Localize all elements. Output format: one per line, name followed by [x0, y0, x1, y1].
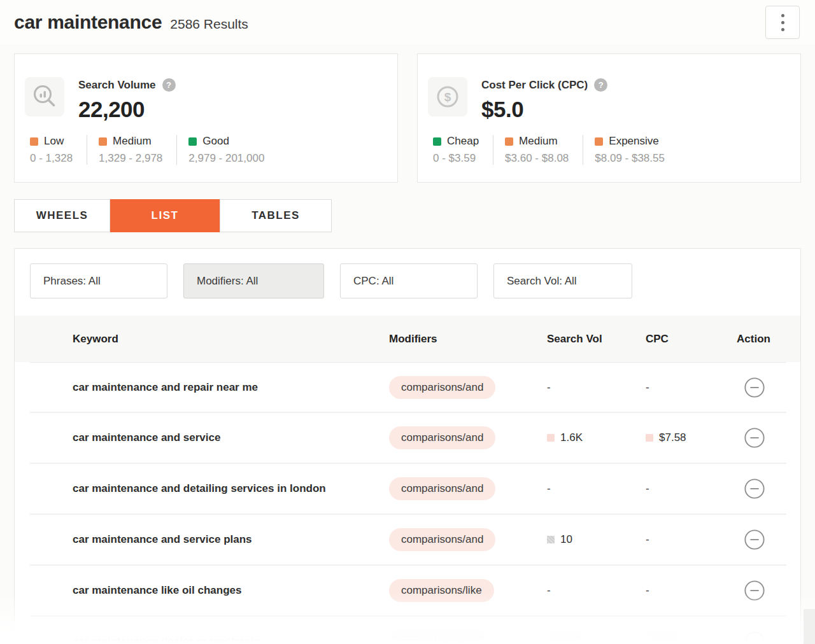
action-cell: [722, 478, 786, 500]
column-header-keyword: Keyword: [30, 333, 389, 346]
cpc-cell: -: [646, 584, 722, 597]
dollar-coin-icon: $: [428, 77, 467, 116]
legend-label: Medium: [113, 135, 151, 148]
help-icon[interactable]: ?: [162, 78, 176, 92]
keyword-cell: car maintenance dealer or mechanic: [30, 635, 389, 644]
legend-label: Medium: [519, 135, 557, 148]
cpc-cell: -: [646, 533, 722, 546]
card-label: Cost Per Click (CPC): [481, 79, 588, 92]
action-cell: [722, 580, 786, 601]
modifier-pill: comparisons/like: [389, 579, 494, 602]
legend-range: $3.60 - $8.08: [505, 152, 569, 165]
table-body: car maintenance and repair near me compa…: [15, 362, 800, 644]
keyword-cell: car maintenance and service: [30, 431, 389, 444]
filter-bar: Phrases: AllModifiers: AllCPC: AllSearch…: [15, 249, 800, 298]
search-volume-icon: [25, 77, 64, 116]
title-row: car maintenance 2586 Results: [14, 11, 248, 33]
remove-keyword-button[interactable]: [744, 631, 765, 644]
search-vol-cell: -: [547, 584, 646, 597]
legend-swatch: [99, 137, 107, 146]
kebab-menu-icon: [781, 14, 784, 31]
search-volume-value: 22,200: [78, 97, 176, 122]
legend-swatch: [595, 137, 603, 146]
search-volume-legend: Low 0 - 1,328 Medium 1,329 - 2,978 Good …: [25, 135, 397, 165]
view-tabs: WHEELSLISTTABLES: [0, 183, 815, 232]
search-vol-cell: [547, 633, 646, 644]
remove-keyword-button[interactable]: [744, 529, 765, 550]
legend-swatch: [505, 137, 513, 146]
action-cell: [722, 529, 786, 550]
modifier-pill: comparisons/and: [389, 528, 495, 551]
legend-label: Cheap: [447, 135, 479, 148]
svg-text:$: $: [444, 90, 451, 104]
cpc-cell: $7.58: [646, 431, 722, 444]
modifier-pill: comparisons/and: [389, 376, 495, 399]
table-row: car maintenance and detailing services i…: [30, 464, 786, 515]
tab-wheels[interactable]: WHEELS: [14, 199, 110, 232]
tab-tables[interactable]: TABLES: [220, 199, 332, 232]
cpc-cell: -: [646, 381, 722, 394]
legend-item: Good 2,979 - 201,000: [188, 135, 278, 165]
minus-circle-icon: [744, 478, 765, 500]
legend-item: Expensive $8.09 - $38.55: [595, 135, 679, 165]
legend-item: Cheap 0 - $3.59: [433, 135, 493, 165]
column-header-modifiers: Modifiers: [389, 333, 547, 346]
remove-keyword-button[interactable]: [744, 478, 765, 500]
legend-item: Low 0 - 1,328: [30, 135, 87, 165]
remove-keyword-button[interactable]: [744, 580, 765, 601]
action-cell: [722, 377, 786, 398]
legend-swatch: [30, 137, 38, 146]
action-cell: [722, 427, 786, 449]
search-vol-cell: 10: [547, 533, 646, 546]
stat-cards: Search Volume ? 22,200 Low 0 - 1,328 Med…: [0, 45, 815, 183]
remove-keyword-button[interactable]: [744, 427, 765, 449]
modifiers-cell: comparisons/and: [389, 426, 547, 449]
table-row: car maintenance and service plans compar…: [30, 515, 786, 566]
modifier-pill: comparisons/and: [389, 426, 495, 449]
filter-search-vol[interactable]: Search Vol: All: [493, 263, 632, 298]
search-vol-cell: -: [547, 381, 646, 394]
table-header: KeywordModifiersSearch VolCPCAction: [15, 316, 800, 362]
keyword-cell: car maintenance and repair near me: [30, 381, 389, 394]
modifiers-cell: comparisons/or: [389, 630, 547, 644]
table-row: car maintenance dealer or mechanic compa…: [30, 617, 786, 644]
table-row: car maintenance and service comparisons/…: [30, 413, 786, 464]
column-header-cpc: CPC: [646, 333, 722, 346]
minus-circle-icon: [744, 427, 765, 449]
results-count: 2586 Results: [170, 17, 248, 32]
modifiers-cell: comparisons/and: [389, 477, 547, 500]
keyword-cell: car maintenance and service plans: [30, 533, 389, 546]
action-cell: [722, 631, 786, 644]
filter-phrases[interactable]: Phrases: All: [30, 263, 167, 298]
search-vol-cell: -: [547, 482, 646, 495]
filter-cpc[interactable]: CPC: All: [340, 263, 478, 298]
remove-keyword-button[interactable]: [744, 377, 765, 398]
table-row: car maintenance like oil changes compari…: [30, 566, 786, 617]
kebab-menu-button[interactable]: [765, 6, 800, 39]
legend-range: $8.09 - $38.55: [595, 152, 665, 165]
page: car maintenance 2586 Results: [0, 0, 815, 644]
legend-label: Expensive: [609, 135, 658, 148]
table-row: car maintenance and repair near me compa…: [30, 362, 786, 413]
legend-swatch: [188, 137, 197, 146]
legend-label: Good: [202, 135, 229, 148]
minus-circle-icon: [744, 377, 765, 398]
results-panel: Phrases: AllModifiers: AllCPC: AllSearch…: [14, 248, 801, 644]
help-icon[interactable]: ?: [594, 78, 607, 92]
legend-range: 2,979 - 201,000: [188, 152, 264, 165]
tab-list[interactable]: LIST: [110, 199, 220, 232]
modifiers-cell: comparisons/and: [389, 376, 547, 399]
scrollbar[interactable]: [804, 609, 815, 644]
cpc-value: $5.0: [481, 97, 607, 122]
keywords-table: KeywordModifiersSearch VolCPCAction car …: [15, 316, 800, 644]
filter-modifiers[interactable]: Modifiers: All: [183, 263, 324, 298]
legend-item: Medium $3.60 - $8.08: [505, 135, 583, 165]
legend-range: 0 - 1,328: [30, 152, 73, 165]
minus-circle-icon: [744, 631, 765, 644]
legend-range: 0 - $3.59: [433, 152, 479, 165]
keyword-cell: car maintenance and detailing services i…: [30, 482, 389, 495]
cpc-card: $ Cost Per Click (CPC) ? $5.0 Cheap 0 - …: [417, 53, 801, 183]
legend-range: 1,329 - 2,978: [99, 152, 162, 165]
modifiers-cell: comparisons/like: [389, 579, 547, 602]
modifier-pill: comparisons/and: [389, 477, 495, 500]
